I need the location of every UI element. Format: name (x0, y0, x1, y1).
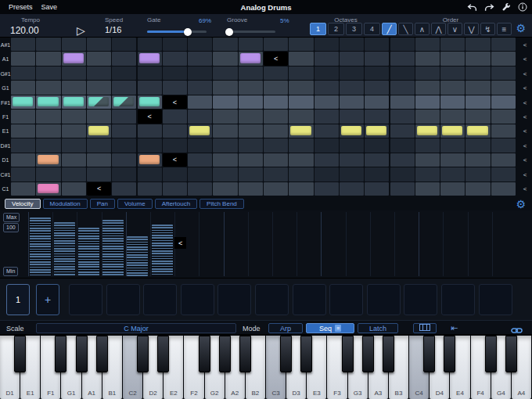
step-cell-D1-5[interactable] (112, 153, 136, 167)
step-cell-D#1-3[interactable] (62, 138, 86, 152)
step-cell-A1-12[interactable] (289, 52, 313, 65)
step-cell-F1-7[interactable] (163, 110, 187, 123)
note-F#1-step3[interactable] (63, 97, 84, 106)
step-cell-D1-12[interactable] (289, 153, 313, 167)
step-cell-E1-10[interactable] (239, 124, 263, 138)
step-cell-A1-2[interactable] (36, 52, 60, 65)
step-cell-F1-2[interactable] (36, 110, 60, 123)
piano-key-G#2[interactable] (219, 336, 231, 372)
redo-icon[interactable] (484, 3, 494, 12)
step-cell-G#1-11[interactable] (264, 66, 288, 80)
step-cell-F#1-13[interactable] (315, 95, 339, 109)
row-scroll-left-icon-E1[interactable]: < (519, 124, 530, 138)
loop-marker-C1[interactable]: < (87, 182, 111, 196)
piano-key-G#1[interactable] (76, 336, 88, 372)
step-cell-C1-8[interactable] (188, 182, 212, 196)
piano-key-A#1[interactable] (96, 336, 108, 372)
step-cell-A#1-20[interactable] (491, 38, 516, 51)
step-cell-D#1-10[interactable] (239, 138, 263, 152)
note-E1-step8[interactable] (189, 126, 210, 135)
piano-key-A#3[interactable] (383, 336, 394, 372)
step-cell-D#1-19[interactable] (466, 138, 490, 152)
piano-key-F#4[interactable] (485, 336, 497, 372)
step-cell-C#1-6[interactable] (138, 167, 162, 181)
step-cell-G#1-7[interactable] (163, 66, 187, 80)
step-cell-C#1-13[interactable] (315, 167, 339, 181)
add-pattern-button[interactable]: + (36, 284, 59, 315)
pattern-slot-empty-8[interactable] (293, 284, 326, 315)
note-A1-step6[interactable] (139, 53, 160, 63)
note-E1-step4[interactable] (88, 126, 109, 135)
step-cell-C1-1[interactable] (11, 182, 35, 196)
velocity-column-15[interactable] (370, 212, 394, 276)
step-cell-E1-3[interactable] (62, 124, 86, 138)
order-button-7[interactable]: ↯ (480, 23, 495, 35)
note-E1-step15[interactable] (366, 126, 386, 135)
velocity-min-button[interactable]: Min (3, 267, 18, 276)
step-cell-C1-3[interactable] (62, 182, 86, 196)
note-E1-step14[interactable] (341, 126, 361, 135)
editor-settings-gear-icon[interactable]: ⚙ (516, 198, 526, 210)
step-cell-D#1-7[interactable] (163, 138, 187, 152)
step-cell-A1-4[interactable] (87, 52, 111, 65)
step-cell-G#1-12[interactable] (289, 66, 313, 80)
velocity-column-9[interactable] (224, 212, 248, 276)
step-cell-G1-5[interactable] (112, 81, 136, 94)
velocity-column-20[interactable] (492, 212, 516, 276)
step-cell-A#1-2[interactable] (36, 38, 60, 51)
step-cell-G#1-3[interactable] (62, 66, 86, 80)
pattern-slot-1[interactable]: 1 (6, 284, 30, 315)
note-D1-step2[interactable] (38, 155, 58, 164)
velocity-column-10[interactable] (248, 212, 272, 276)
step-cell-A#1-13[interactable] (315, 38, 339, 51)
undo-icon[interactable] (467, 3, 477, 12)
step-cell-F#1-18[interactable] (440, 95, 465, 109)
keyboard-layout-button[interactable] (413, 323, 437, 333)
step-cell-C1-14[interactable] (340, 182, 364, 196)
velocity-bar-step4[interactable] (102, 220, 124, 276)
step-cell-F1-12[interactable] (289, 110, 313, 123)
step-cell-F#1-9[interactable] (213, 95, 237, 109)
step-cell-G#1-4[interactable] (87, 66, 111, 80)
step-cell-G1-18[interactable] (440, 81, 465, 94)
step-cell-C#1-19[interactable] (466, 167, 490, 181)
step-cell-G#1-1[interactable] (11, 66, 35, 80)
save-button[interactable]: Save (41, 3, 58, 11)
step-cell-A1-8[interactable] (188, 52, 212, 65)
step-cell-F1-1[interactable] (11, 110, 35, 123)
tab-volume[interactable]: Volume (117, 199, 153, 209)
order-button-2[interactable]: ╲ (398, 23, 413, 35)
tempo-value[interactable]: 120.00 (10, 25, 39, 36)
piano-key-G#4[interactable] (505, 336, 517, 372)
step-cell-E1-7[interactable] (163, 124, 187, 138)
step-cell-G#1-16[interactable] (390, 66, 415, 80)
step-cell-G1-15[interactable] (365, 81, 389, 94)
step-cell-A#1-5[interactable] (112, 38, 136, 51)
step-cell-G1-1[interactable] (11, 81, 35, 94)
step-cell-C1-7[interactable] (163, 182, 187, 196)
piano-key-C#4[interactable] (423, 336, 435, 372)
row-scroll-left-icon-G#1[interactable]: < (519, 66, 530, 81)
step-cell-C1-20[interactable] (491, 182, 516, 196)
step-cell-D1-1[interactable] (11, 153, 35, 167)
step-cell-F1-15[interactable] (365, 110, 389, 123)
row-scroll-left-icon-D1[interactable]: < (519, 153, 530, 167)
piano-key-F#2[interactable] (199, 336, 210, 372)
info-icon[interactable] (518, 2, 527, 12)
step-cell-D1-20[interactable] (491, 153, 516, 167)
step-cell-G1-3[interactable] (62, 81, 86, 94)
step-cell-C1-18[interactable] (440, 182, 465, 196)
pattern-slot-empty-7[interactable] (255, 284, 289, 315)
step-cell-F#1-11[interactable] (264, 95, 288, 109)
sequencer-settings-gear-icon[interactable]: ⚙ (516, 22, 526, 34)
step-cell-G#1-10[interactable] (239, 66, 263, 80)
pattern-slot-empty-11[interactable] (404, 284, 437, 315)
step-cell-A1-14[interactable] (340, 52, 364, 65)
pattern-slot-empty-4[interactable] (143, 284, 177, 315)
velocity-column-12[interactable] (297, 212, 321, 276)
step-cell-G#1-5[interactable] (112, 66, 136, 80)
step-cell-D#1-14[interactable] (340, 138, 364, 152)
step-cell-C#1-12[interactable] (289, 167, 313, 181)
step-cell-C1-17[interactable] (415, 182, 440, 196)
step-cell-C#1-2[interactable] (36, 167, 60, 181)
